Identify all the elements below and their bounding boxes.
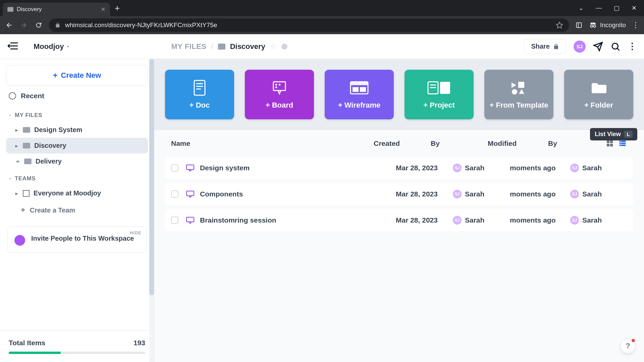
lock-icon xyxy=(55,22,60,28)
row-checkbox[interactable] xyxy=(171,164,178,172)
forward-button[interactable] xyxy=(19,21,28,29)
create-strip: + Doc + Board + Wireframe + Project + Fr… xyxy=(154,59,644,130)
svg-rect-8 xyxy=(196,88,201,89)
card-label: + From Template xyxy=(489,101,548,110)
sidebar-item-everyone[interactable]: ▸ Everyone at Moodjoy xyxy=(6,185,148,201)
close-icon[interactable]: × xyxy=(101,5,105,14)
create-team-button[interactable]: + Create a Team xyxy=(6,201,148,219)
file-row[interactable]: Design system Mar 28, 2023 SJSarah momen… xyxy=(165,157,633,179)
chevron-down-icon xyxy=(66,44,70,49)
create-project-card[interactable]: + Project xyxy=(405,70,474,119)
cell-modified: moments ago xyxy=(510,190,570,198)
new-tab-button[interactable]: + xyxy=(115,3,120,13)
svg-point-2 xyxy=(590,25,593,27)
chevron-down-icon[interactable]: ⌄ xyxy=(579,4,584,12)
sync-status-icon[interactable] xyxy=(281,44,287,50)
leaf-dot-icon xyxy=(16,161,19,163)
create-folder-card[interactable]: + Folder xyxy=(564,70,633,119)
reload-button[interactable] xyxy=(34,21,43,29)
incognito-icon xyxy=(589,21,597,29)
svg-rect-33 xyxy=(186,165,194,170)
svg-rect-5 xyxy=(194,80,205,95)
board-icon xyxy=(271,79,287,96)
recent-label: Recent xyxy=(21,92,44,100)
svg-rect-27 xyxy=(620,141,621,142)
sidebar-recent[interactable]: Recent xyxy=(6,86,148,106)
browser-toolbar: whimsical.com/discovery-NJtyFKrLWKFCmixP… xyxy=(0,16,644,34)
bookmark-star-icon[interactable] xyxy=(556,21,563,29)
breadcrumb-separator: / xyxy=(211,42,213,51)
column-name[interactable]: Name xyxy=(171,139,374,147)
create-wireframe-card[interactable]: + Wireframe xyxy=(325,70,394,119)
sidebar-scrollbar[interactable] xyxy=(149,59,154,362)
browser-menu-icon[interactable]: ⋮ xyxy=(632,21,639,29)
maximize-icon[interactable]: ▢ xyxy=(614,4,620,12)
row-checkbox[interactable] xyxy=(171,190,178,198)
incognito-indicator[interactable]: Incognito xyxy=(589,21,626,29)
favorite-star-icon[interactable]: ☆ xyxy=(270,42,277,51)
avatar: SJ xyxy=(453,216,462,225)
share-button[interactable]: Share xyxy=(524,39,566,54)
hide-button[interactable]: HIDE xyxy=(130,230,142,235)
avatar: SJ xyxy=(570,164,579,172)
file-row[interactable]: Brainstomring session Mar 28, 2023 SJSar… xyxy=(165,209,633,231)
send-icon[interactable] xyxy=(593,42,603,52)
caret-right-icon[interactable]: ▸ xyxy=(15,143,19,148)
svg-rect-6 xyxy=(196,83,203,84)
column-modified[interactable]: Modified xyxy=(488,139,548,147)
breadcrumb-current: Discovery xyxy=(230,42,265,51)
sidebar-item-discovery[interactable]: ▸ Discovery xyxy=(6,138,148,154)
tooltip-shortcut: L xyxy=(624,131,633,138)
create-new-button[interactable]: + Create New xyxy=(6,65,148,86)
sidebar-item-label: Everyone at Moodjoy xyxy=(34,189,101,197)
svg-rect-26 xyxy=(610,144,613,146)
folder-icon xyxy=(23,143,30,148)
column-created-by[interactable]: By xyxy=(431,139,488,147)
card-label: + Board xyxy=(266,101,293,110)
search-icon[interactable] xyxy=(610,42,621,52)
more-menu-icon[interactable]: ⋮ xyxy=(628,41,637,52)
file-list-area: List View L Name Created By Modified By … xyxy=(154,130,644,246)
extensions-icon[interactable] xyxy=(575,21,583,29)
create-new-label: Create New xyxy=(61,71,101,80)
invite-card[interactable]: HIDE Invite People to This Workspace xyxy=(7,227,147,253)
section-teams[interactable]: TEAMS xyxy=(6,169,148,185)
svg-rect-10 xyxy=(275,84,277,85)
svg-rect-35 xyxy=(186,217,194,222)
section-my-files[interactable]: MY FILES xyxy=(6,106,148,122)
cell-created-by: SJSarah xyxy=(453,216,510,225)
row-checkbox[interactable] xyxy=(171,217,178,224)
minimize-icon[interactable]: — xyxy=(596,4,602,12)
sidebar-item-label: Design System xyxy=(34,126,82,134)
sidebar-item-delivery[interactable]: Delivery xyxy=(6,154,148,169)
workspace-switcher[interactable]: Moodjoy xyxy=(34,42,70,51)
tooltip-label: List View xyxy=(595,131,621,138)
user-avatar[interactable]: SJ xyxy=(574,41,586,53)
address-bar[interactable]: whimsical.com/discovery-NJtyFKrLWKFCmixP… xyxy=(49,18,569,32)
create-from-template-card[interactable]: + From Template xyxy=(484,70,553,119)
create-doc-card[interactable]: + Doc xyxy=(165,70,234,119)
browser-tab[interactable]: Discovery × xyxy=(3,3,110,16)
file-row[interactable]: Components Mar 28, 2023 SJSarah moments … xyxy=(165,183,633,205)
close-window-icon[interactable]: ✕ xyxy=(632,4,637,12)
card-label: + Doc xyxy=(190,101,210,110)
caret-right-icon[interactable]: ▸ xyxy=(15,127,19,133)
folder-icon xyxy=(24,159,32,164)
workspace-name-label: Moodjoy xyxy=(34,42,64,51)
app-header: Moodjoy MY FILES / Discovery ☆ Share SJ … xyxy=(0,34,644,59)
column-created[interactable]: Created xyxy=(374,139,431,147)
incognito-label: Incognito xyxy=(600,21,626,29)
sidebar-item-design-system[interactable]: ▸ Design System xyxy=(6,122,148,138)
create-team-label: Create a Team xyxy=(30,206,75,214)
svg-point-22 xyxy=(512,89,517,95)
help-button[interactable]: ? xyxy=(621,339,635,353)
back-button[interactable] xyxy=(5,21,13,29)
breadcrumb-root[interactable]: MY FILES xyxy=(171,42,206,51)
sidebar-toggle-button[interactable] xyxy=(7,42,19,52)
triangle-down-icon xyxy=(8,177,12,181)
caret-right-icon[interactable]: ▸ xyxy=(15,191,19,196)
column-modified-by[interactable]: By xyxy=(548,139,605,147)
cell-created: Mar 28, 2023 xyxy=(396,190,453,198)
create-board-card[interactable]: + Board xyxy=(245,70,314,119)
totals-panel: Total Items 193 xyxy=(0,330,154,362)
